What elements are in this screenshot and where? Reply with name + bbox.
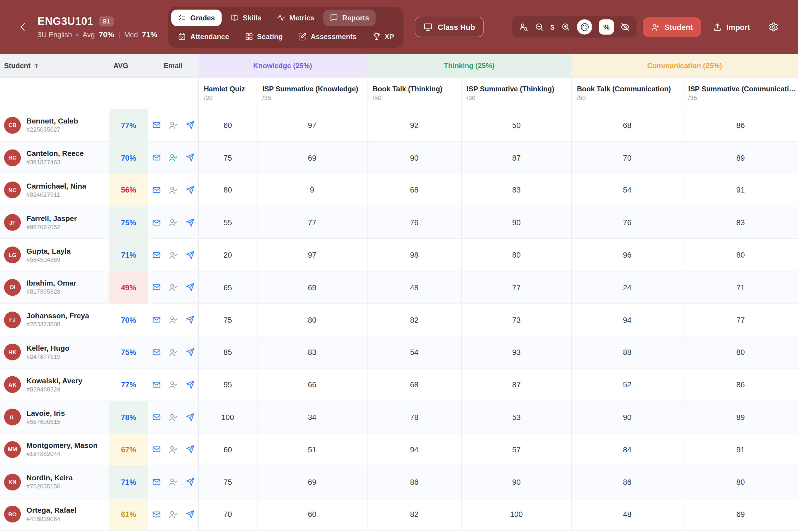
student-cell[interactable]: HK Keller, Hugo #247877615 bbox=[0, 336, 109, 368]
hide-button[interactable] bbox=[621, 22, 630, 32]
student-cell[interactable]: NC Carmichael, Nina #824027511 bbox=[0, 174, 109, 206]
grade-cell[interactable]: 69 bbox=[257, 142, 367, 173]
grade-cell[interactable]: 76 bbox=[571, 207, 683, 238]
grade-cell[interactable]: 80 bbox=[683, 466, 798, 498]
send-message-button[interactable] bbox=[184, 509, 195, 520]
grade-cell[interactable]: 92 bbox=[367, 109, 461, 141]
grade-cell[interactable]: 73 bbox=[461, 304, 571, 336]
grade-cell[interactable]: 94 bbox=[367, 434, 461, 466]
student-cell[interactable]: FJ Johansson, Freya #283323808 bbox=[0, 304, 109, 336]
guardian-button[interactable] bbox=[167, 119, 178, 131]
avg-cell[interactable]: 56% bbox=[109, 174, 148, 206]
email-button[interactable] bbox=[151, 185, 162, 195]
grade-cell[interactable]: 91 bbox=[683, 174, 798, 206]
grade-cell[interactable]: 75 bbox=[198, 304, 256, 336]
avg-cell[interactable]: 70% bbox=[109, 142, 148, 173]
grade-cell[interactable]: 97 bbox=[257, 239, 367, 271]
student-cell[interactable]: RO Ortega, Rafael #418839064 bbox=[0, 498, 109, 530]
email-button[interactable] bbox=[151, 282, 162, 293]
grade-cell[interactable]: 69 bbox=[257, 466, 367, 498]
grade-cell[interactable]: 95 bbox=[198, 369, 256, 401]
zoom-out-button[interactable] bbox=[534, 22, 544, 32]
grade-cell[interactable]: 69 bbox=[257, 271, 367, 303]
send-message-button[interactable] bbox=[184, 476, 195, 488]
grade-cell[interactable]: 68 bbox=[367, 369, 461, 401]
grade-cell[interactable]: 82 bbox=[367, 304, 461, 336]
guardian-button[interactable] bbox=[167, 314, 178, 325]
grade-cell[interactable]: 65 bbox=[198, 271, 256, 303]
grade-cell[interactable]: 80 bbox=[198, 174, 256, 206]
grade-cell[interactable]: 82 bbox=[367, 498, 461, 530]
tab-grades[interactable]: Grades bbox=[172, 10, 222, 26]
assessment-header-isp-communication[interactable]: ISP Summative (Communicati… /35 bbox=[683, 78, 798, 109]
color-scheme-button[interactable] bbox=[577, 19, 592, 35]
grade-cell[interactable]: 80 bbox=[683, 336, 798, 368]
send-message-button[interactable] bbox=[184, 217, 195, 228]
grade-cell[interactable]: 97 bbox=[257, 109, 367, 141]
grade-cell[interactable]: 60 bbox=[198, 434, 256, 466]
grade-cell[interactable]: 90 bbox=[367, 142, 461, 173]
tab-skills[interactable]: Skills bbox=[224, 10, 268, 26]
student-cell[interactable]: RC Cantelon, Reece #391827463 bbox=[0, 142, 109, 173]
user-search-button[interactable] bbox=[519, 22, 528, 32]
guardian-button[interactable] bbox=[167, 282, 178, 293]
grade-cell[interactable]: 100 bbox=[198, 401, 256, 433]
guardian-button[interactable] bbox=[167, 185, 178, 195]
guardian-button[interactable] bbox=[167, 152, 178, 163]
grade-cell[interactable]: 9 bbox=[257, 174, 367, 206]
add-student-button[interactable]: Student bbox=[643, 17, 701, 37]
send-message-button[interactable] bbox=[184, 119, 195, 131]
send-message-button[interactable] bbox=[184, 412, 195, 423]
grade-cell[interactable]: 89 bbox=[683, 401, 798, 433]
tab-seating[interactable]: Seating bbox=[238, 28, 289, 44]
grade-cell[interactable]: 86 bbox=[683, 109, 798, 141]
avg-cell[interactable]: 75% bbox=[109, 207, 148, 238]
grade-cell[interactable]: 80 bbox=[461, 239, 571, 271]
grade-cell[interactable]: 85 bbox=[198, 336, 256, 368]
grade-cell[interactable]: 69 bbox=[683, 498, 798, 530]
grade-cell[interactable]: 78 bbox=[367, 401, 461, 433]
grade-cell[interactable]: 57 bbox=[461, 434, 571, 466]
avg-cell[interactable]: 77% bbox=[109, 109, 148, 141]
tab-xp[interactable]: XP bbox=[366, 28, 401, 44]
student-cell[interactable]: IL Lavoie, Iris #587600815 bbox=[0, 401, 109, 433]
grade-cell[interactable]: 80 bbox=[683, 239, 798, 271]
grade-cell[interactable]: 60 bbox=[198, 109, 256, 141]
grade-cell[interactable]: 51 bbox=[257, 434, 367, 466]
grade-cell[interactable]: 86 bbox=[367, 466, 461, 498]
grade-cell[interactable]: 77 bbox=[257, 207, 367, 238]
email-button[interactable] bbox=[151, 217, 162, 228]
grade-cell[interactable]: 98 bbox=[367, 239, 461, 271]
avg-cell[interactable]: 67% bbox=[109, 434, 148, 466]
grade-cell[interactable]: 54 bbox=[367, 336, 461, 368]
email-button[interactable] bbox=[151, 152, 162, 163]
grade-cell[interactable]: 55 bbox=[198, 207, 256, 238]
grade-cell[interactable]: 91 bbox=[683, 434, 798, 466]
send-message-button[interactable] bbox=[184, 185, 195, 195]
grade-cell[interactable]: 87 bbox=[461, 369, 571, 401]
grade-cell[interactable]: 48 bbox=[571, 498, 683, 530]
grade-cell[interactable]: 87 bbox=[461, 142, 571, 173]
grade-cell[interactable]: 50 bbox=[461, 109, 571, 141]
send-message-button[interactable] bbox=[184, 379, 195, 390]
email-button[interactable] bbox=[151, 412, 162, 423]
grade-cell[interactable]: 68 bbox=[367, 174, 461, 206]
grade-cell[interactable]: 34 bbox=[257, 401, 367, 433]
grade-cell[interactable]: 90 bbox=[571, 401, 683, 433]
guardian-button[interactable] bbox=[167, 476, 178, 488]
grade-cell[interactable]: 94 bbox=[571, 304, 683, 336]
grade-cell[interactable]: 54 bbox=[571, 174, 683, 206]
grade-cell[interactable]: 70 bbox=[571, 142, 683, 173]
student-cell[interactable]: JF Farrell, Jasper #987097052 bbox=[0, 207, 109, 238]
grade-cell[interactable]: 77 bbox=[461, 271, 571, 303]
assessment-header-book-talk-thinking[interactable]: Book Talk (Thinking) /50 bbox=[367, 78, 461, 109]
student-cell[interactable]: LG Gupta, Layla #584504869 bbox=[0, 239, 109, 271]
guardian-button[interactable] bbox=[167, 444, 178, 455]
student-cell[interactable]: MM Montgomery, Mason #164882044 bbox=[0, 434, 109, 466]
student-cell[interactable]: AK Kowalski, Avery #829488324 bbox=[0, 369, 109, 401]
avg-cell[interactable]: 71% bbox=[109, 466, 148, 498]
grade-cell[interactable]: 75 bbox=[198, 142, 256, 173]
email-button[interactable] bbox=[151, 476, 162, 488]
guardian-button[interactable] bbox=[167, 509, 178, 520]
email-button[interactable] bbox=[151, 444, 162, 455]
